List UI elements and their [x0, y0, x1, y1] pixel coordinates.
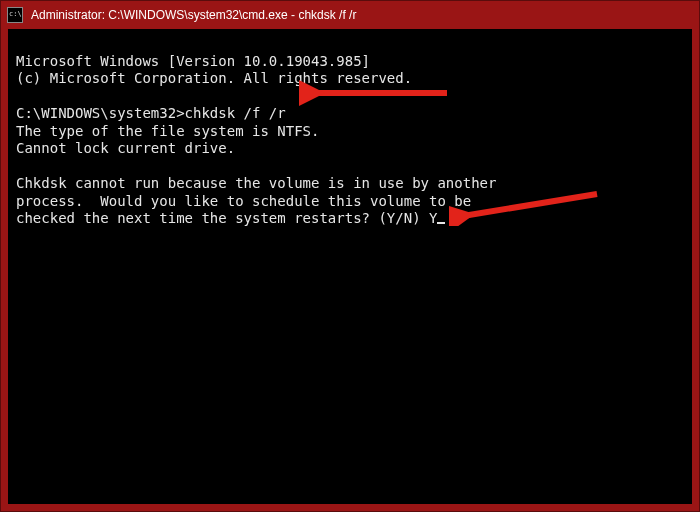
line-lock: Cannot lock current drive. [16, 140, 235, 156]
user-answer: Y [429, 210, 437, 226]
line-fs-type: The type of the file system is NTFS. [16, 123, 319, 139]
prompt: C:\WINDOWS\system32> [16, 105, 185, 121]
typed-command: chkdsk /f /r [185, 105, 286, 121]
line-busy-2: process. Would you like to schedule this… [16, 193, 471, 209]
line-busy-1: Chkdsk cannot run because the volume is … [16, 175, 496, 191]
line-busy-3: checked the next time the system restart… [16, 210, 429, 226]
text-cursor [437, 222, 445, 224]
window-title: Administrator: C:\WINDOWS\system32\cmd.e… [31, 8, 356, 22]
line-copyright: (c) Microsoft Corporation. All rights re… [16, 70, 412, 86]
terminal-area[interactable]: Microsoft Windows [Version 10.0.19043.98… [8, 29, 692, 504]
cmd-window: Administrator: C:\WINDOWS\system32\cmd.e… [0, 0, 700, 512]
titlebar[interactable]: Administrator: C:\WINDOWS\system32\cmd.e… [1, 1, 699, 29]
line-version: Microsoft Windows [Version 10.0.19043.98… [16, 53, 370, 69]
cmd-icon [7, 7, 23, 23]
